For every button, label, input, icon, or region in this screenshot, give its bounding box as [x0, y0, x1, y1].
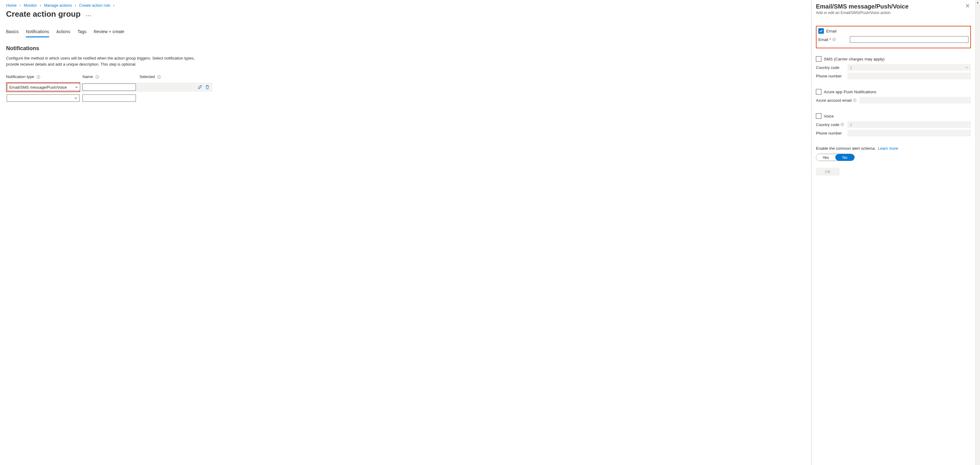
main-content: Home › Monitor › Manage actions › Create…: [0, 0, 811, 465]
voice-phone-input[interactable]: [848, 130, 971, 136]
schema-toggle: Yes No: [816, 154, 855, 161]
email-input[interactable]: [850, 36, 969, 43]
voice-country-value: 1: [850, 122, 852, 127]
sms-check-row: SMS (Carrier charges may apply): [816, 56, 971, 62]
edit-icon[interactable]: [197, 85, 203, 90]
voice-country-row: Country code 1: [816, 121, 971, 128]
close-icon[interactable]: [964, 3, 971, 8]
sms-country-row: Country code 1: [816, 64, 971, 71]
svg-rect-8: [159, 77, 159, 78]
sms-country-label: Country code: [816, 65, 845, 70]
chevron-down-icon: [965, 66, 969, 69]
cell-name: [83, 94, 140, 102]
push-checkbox[interactable]: [816, 89, 821, 94]
tab-notifications[interactable]: Notifications: [26, 27, 49, 37]
scrollbar[interactable]: ▲: [975, 0, 980, 465]
push-group: Azure app Push Notifications Azure accou…: [816, 89, 971, 104]
notification-type-value: Email/SMS message/Push/Voice: [10, 85, 67, 89]
notification-type-highlight: Email/SMS message/Push/Voice: [6, 82, 80, 92]
row-actions: [140, 85, 212, 90]
learn-more-link[interactable]: Learn more: [878, 146, 898, 151]
header-notification-type-label: Notification type: [6, 74, 34, 79]
breadcrumb-create-action-rule[interactable]: Create action rule: [79, 3, 110, 8]
notification-type-select[interactable]: [7, 94, 80, 102]
breadcrumb-sep: ›: [75, 3, 76, 8]
name-input[interactable]: [83, 94, 136, 102]
voice-phone-label: Phone number: [816, 131, 845, 136]
info-icon[interactable]: [37, 75, 40, 79]
scroll-up-icon[interactable]: ▲: [975, 0, 980, 5]
header-selected: Selected: [140, 74, 212, 79]
schema-toggle-yes[interactable]: Yes: [816, 154, 835, 161]
breadcrumb-sep: ›: [40, 3, 41, 8]
breadcrumb-home[interactable]: Home: [6, 3, 17, 8]
svg-point-4: [97, 76, 97, 76]
chevron-down-icon: [75, 86, 78, 89]
header-selected-label: Selected: [140, 74, 155, 79]
sms-phone-row: Phone number: [816, 73, 971, 79]
svg-point-13: [854, 99, 855, 100]
table-header: Notification type Name Selected: [6, 74, 212, 79]
info-icon[interactable]: [840, 123, 844, 126]
info-icon[interactable]: [95, 75, 99, 79]
sms-country-select[interactable]: 1: [848, 64, 971, 71]
svg-rect-2: [38, 77, 38, 78]
table-row: [6, 94, 212, 103]
panel-title: Email/SMS message/Push/Voice: [816, 3, 908, 10]
voice-checkbox[interactable]: [816, 113, 821, 119]
svg-point-10: [834, 38, 834, 39]
page-title: Create action group: [6, 10, 81, 19]
email-checkbox-label: Email: [826, 29, 837, 34]
sms-checkbox-label: SMS (Carrier charges may apply): [824, 57, 885, 61]
schema-text: Enable the common alert schema.: [816, 146, 876, 151]
page-title-row: Create action group …: [6, 10, 805, 19]
info-icon[interactable]: [853, 98, 857, 102]
voice-country-select[interactable]: 1: [848, 121, 971, 128]
push-field-row: Azure account email: [816, 97, 971, 104]
name-input[interactable]: [83, 83, 136, 91]
cell-notification-type: Email/SMS message/Push/Voice: [6, 82, 83, 92]
delete-icon[interactable]: [204, 85, 210, 90]
info-icon[interactable]: [157, 75, 161, 79]
ok-button[interactable]: OK: [816, 168, 840, 176]
email-check-row: Email: [818, 28, 969, 34]
notification-type-select[interactable]: Email/SMS message/Push/Voice: [7, 83, 80, 91]
breadcrumb-sep: ›: [19, 3, 21, 8]
svg-point-1: [38, 76, 38, 76]
section-description: Configure the method in which users will…: [6, 55, 206, 67]
tabs: Basics Notifications Actions Tags Review…: [6, 27, 805, 37]
email-checkbox[interactable]: [818, 28, 824, 34]
voice-country-label: Country code: [816, 122, 845, 127]
sms-phone-label: Phone number: [816, 74, 845, 78]
tab-tags[interactable]: Tags: [77, 27, 86, 37]
header-name-label: Name: [83, 74, 93, 79]
svg-rect-11: [834, 39, 834, 40]
voice-phone-row: Phone number: [816, 130, 971, 136]
breadcrumb-monitor[interactable]: Monitor: [24, 3, 37, 8]
email-field-label-text: Email: [818, 37, 828, 42]
tab-basics[interactable]: Basics: [6, 27, 19, 37]
required-star: *: [830, 37, 831, 42]
tab-review-create[interactable]: Review + create: [94, 27, 124, 37]
email-group: Email Email *: [816, 26, 971, 48]
cell-name: [83, 83, 140, 91]
voice-checkbox-label: Voice: [824, 114, 834, 118]
notification-type-wrap: [6, 94, 80, 102]
schema-row: Enable the common alert schema. Learn mo…: [816, 146, 971, 151]
push-checkbox-label: Azure app Push Notifications: [824, 89, 876, 94]
more-button[interactable]: …: [86, 11, 92, 18]
panel-subtitle: Add or edit an Email/SMS/Push/Voice acti…: [816, 11, 908, 15]
info-icon[interactable]: [832, 38, 836, 41]
sms-group: SMS (Carrier charges may apply) Country …: [816, 56, 971, 79]
tab-actions[interactable]: Actions: [56, 27, 70, 37]
panel-header: Email/SMS message/Push/Voice Add or edit…: [816, 3, 971, 26]
voice-group: Voice Country code 1 Phone number: [816, 113, 971, 136]
cell-notification-type: [6, 94, 83, 102]
breadcrumb-manage-actions[interactable]: Manage actions: [44, 3, 72, 8]
sms-checkbox[interactable]: [816, 56, 821, 62]
svg-point-7: [159, 76, 159, 76]
schema-toggle-no[interactable]: No: [835, 154, 854, 161]
sms-phone-input[interactable]: [848, 73, 971, 79]
table-row: Email/SMS message/Push/Voice: [6, 83, 212, 92]
push-email-input[interactable]: [859, 97, 971, 104]
